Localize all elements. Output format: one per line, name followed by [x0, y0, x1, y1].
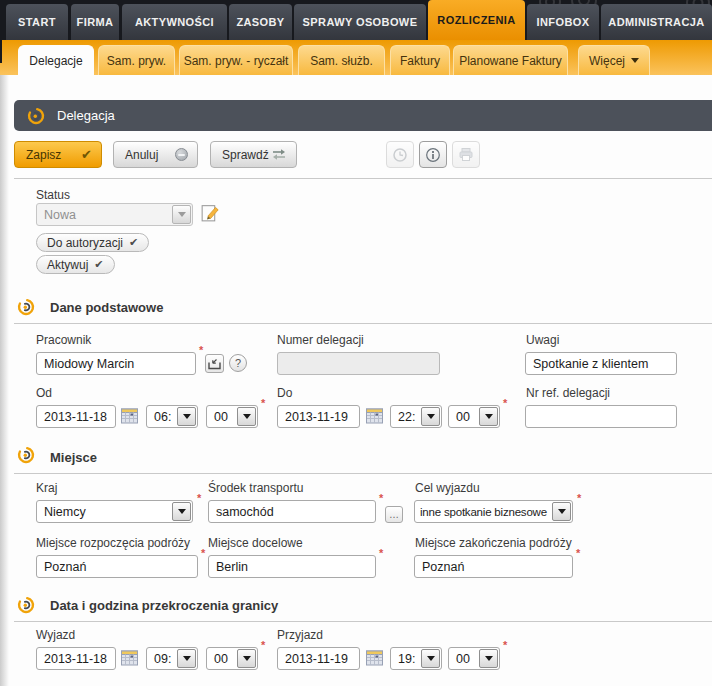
srodek-transportu-input[interactable]	[208, 500, 376, 523]
section-title-miejsce: Miejsce	[50, 450, 97, 465]
od-date-input[interactable]	[36, 405, 116, 428]
przyjazd-date-input[interactable]	[277, 647, 360, 670]
od-calendar-button[interactable]	[121, 408, 138, 424]
do-hour-select[interactable]: 22:	[390, 405, 442, 428]
enova-swirl-icon	[16, 595, 36, 615]
kraj-select[interactable]: Niemcy	[36, 500, 193, 523]
od-hour-select[interactable]: 06:	[146, 405, 198, 428]
uwagi-label: Uwagi	[526, 333, 559, 347]
required-asterisk: *	[197, 493, 201, 504]
status-select: Nowa	[36, 203, 193, 226]
subtab-sam-sluzb[interactable]: Sam. służb.	[298, 45, 385, 75]
required-asterisk: *	[503, 640, 507, 651]
miejsce-docelowe-input[interactable]	[208, 555, 376, 578]
save-button[interactable]: Zapisz ✔	[14, 141, 102, 168]
miejsce-rozpoczecia-input[interactable]	[36, 555, 198, 578]
od-minute-value: 00	[207, 410, 237, 424]
activate-button[interactable]: Aktywuj ✔	[36, 255, 115, 274]
wyjazd-calendar-button[interactable]	[121, 650, 138, 666]
do-calendar-button[interactable]	[366, 408, 383, 424]
dropdown-button	[177, 649, 196, 668]
panel-title: Delegacja	[57, 108, 115, 123]
od-minute-select[interactable]: 00	[206, 405, 258, 428]
authorize-label: Do autoryzacji	[47, 236, 123, 250]
dropdown-button	[172, 205, 191, 224]
nav-tab-infobox[interactable]: INFOBOX	[527, 4, 599, 40]
nav-tab-start[interactable]: START	[6, 4, 68, 40]
calendar-icon	[121, 650, 138, 666]
subtab-label: Sam. służb.	[310, 54, 373, 68]
subtab-sam-pryw[interactable]: Sam. pryw.	[98, 45, 175, 75]
przyjazd-minute-select[interactable]: 00	[448, 647, 500, 670]
srodek-more-button[interactable]: …	[385, 506, 403, 523]
nrref-input[interactable]	[525, 405, 677, 428]
przyjazd-label: Przyjazd	[277, 628, 323, 642]
miejsce-zakonczenia-input[interactable]	[414, 555, 573, 578]
cancel-icon	[175, 148, 188, 161]
sub-navigation-bar: Delegacje Sam. pryw. Sam. pryw. - ryczał…	[0, 40, 712, 75]
status-value: Nowa	[37, 208, 172, 222]
subtab-planowane-faktury[interactable]: Planowane Faktury	[453, 45, 568, 75]
save-button-label: Zapisz	[26, 148, 61, 162]
miejsce-rozpoczecia-label: Miejsce rozpoczęcia podróży	[36, 536, 190, 550]
cel-wyjazdu-select[interactable]: inne spotkanie biznesowe	[414, 500, 573, 523]
check-icon: ✔	[129, 236, 138, 249]
subtab-wiecej[interactable]: Więcej	[578, 45, 650, 75]
check-button-label: Sprawdź	[222, 148, 269, 162]
subtab-sam-pryw-ryczalt[interactable]: Sam. pryw. - ryczałt	[179, 45, 293, 75]
do-label: Do	[277, 386, 292, 400]
wyjazd-label: Wyjazd	[36, 628, 75, 642]
required-asterisk: *	[577, 493, 581, 504]
wyjazd-hour-value: 09:	[147, 652, 177, 666]
required-asterisk: *	[379, 493, 383, 504]
edit-status-icon[interactable]	[199, 202, 221, 224]
info-button[interactable]	[419, 141, 447, 168]
cel-wyjazdu-value: inne spotkanie biznesowe	[415, 506, 552, 518]
uwagi-input[interactable]	[525, 352, 677, 375]
subtab-label: Delegacje	[29, 54, 82, 68]
kraj-label: Kraj	[36, 481, 57, 495]
cancel-button-label: Anuluj	[125, 148, 158, 162]
pracownik-help-button[interactable]: ?	[229, 354, 247, 372]
calendar-icon	[366, 408, 383, 424]
pracownik-label: Pracownik	[36, 333, 91, 347]
dropdown-button	[421, 407, 440, 426]
od-hour-value: 06:	[147, 410, 177, 424]
required-asterisk: *	[576, 548, 580, 559]
calendar-icon	[121, 408, 138, 424]
przyjazd-hour-select[interactable]: 19:	[390, 647, 442, 670]
tray-icon	[208, 358, 221, 370]
printer-icon	[458, 147, 474, 162]
check-button[interactable]: Sprawdź	[210, 141, 297, 168]
left-edge-dark-sliver	[0, 40, 2, 63]
wyjazd-date-input[interactable]	[36, 647, 116, 670]
nav-tab-firma[interactable]: FIRMA	[71, 4, 119, 40]
status-label: Status	[36, 188, 70, 202]
subtab-label: Sam. pryw. - ryczałt	[184, 54, 289, 68]
pracownik-lookup-button[interactable]	[205, 354, 224, 373]
main-navigation-bar: START FIRMA AKTYWNOŚCI ZASOBY SPRAWY OSO…	[0, 0, 712, 40]
cancel-button[interactable]: Anuluj	[113, 141, 198, 168]
kraj-value: Niemcy	[37, 505, 172, 519]
numer-delegacji-label: Numer delegacji	[277, 333, 364, 347]
wyjazd-minute-select[interactable]: 00	[206, 647, 258, 670]
pracownik-input[interactable]	[36, 352, 196, 375]
przyjazd-calendar-button[interactable]	[366, 650, 383, 666]
history-button[interactable]	[386, 141, 414, 168]
subtab-delegacje[interactable]: Delegacje	[18, 45, 94, 75]
nav-tab-administracja[interactable]: ADMINISTRACJA	[601, 4, 712, 40]
subtab-faktury[interactable]: Faktury	[390, 45, 450, 75]
do-minute-select[interactable]: 00	[448, 405, 500, 428]
enova-swirl-icon	[16, 445, 36, 465]
nav-tab-sprawy-osobowe[interactable]: SPRAWY OSOBOWE	[294, 4, 426, 40]
wyjazd-hour-select[interactable]: 09:	[146, 647, 198, 670]
section-title-dane-podstawowe: Dane podstawowe	[50, 300, 163, 315]
do-date-input[interactable]	[277, 405, 360, 428]
print-button[interactable]	[452, 141, 480, 168]
dropdown-button	[479, 407, 498, 426]
check-icon: ✔	[94, 258, 103, 271]
nav-tab-aktywnosci[interactable]: AKTYWNOŚCI	[122, 4, 227, 40]
authorize-button[interactable]: Do autoryzacji ✔	[36, 233, 149, 252]
nav-tab-zasoby[interactable]: ZASOBY	[229, 4, 292, 40]
nav-tab-rozliczenia[interactable]: ROZLICZENIA	[428, 0, 525, 40]
